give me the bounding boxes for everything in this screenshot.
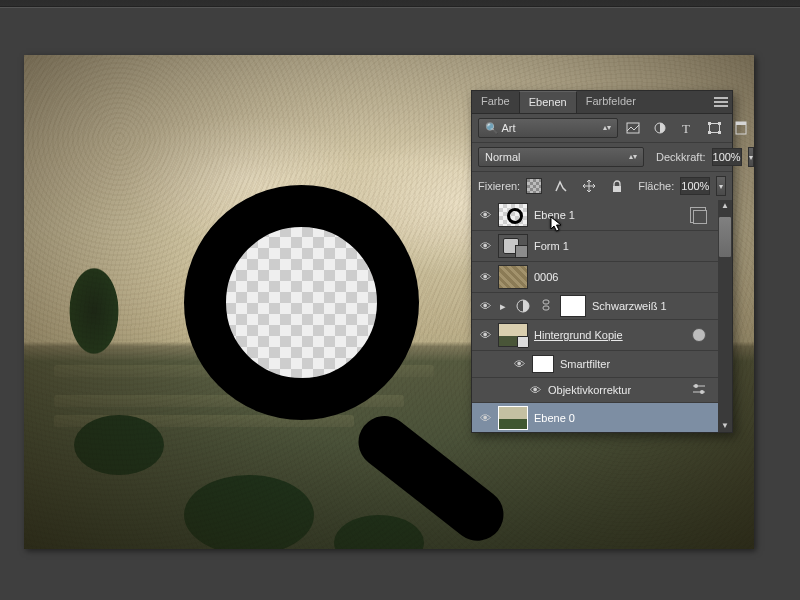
svg-rect-0 [627, 123, 639, 133]
layer-filter-kind-select[interactable]: 🔍 Art ▴▾ [478, 118, 618, 138]
layer-name[interactable]: Ebene 1 [534, 209, 575, 221]
filter-blending-options-icon[interactable] [692, 383, 706, 397]
visibility-toggle[interactable]: 👁 [478, 329, 492, 341]
scroll-down-arrow-icon[interactable]: ▼ [721, 420, 729, 432]
layer-row-smartobject[interactable]: 👁 Hintergrund Kopie [472, 320, 732, 351]
workspace: Farbe Ebenen Farbfelder 🔍 Art ▴▾ T [0, 0, 800, 600]
lock-fill-row: Fixieren: Fläche: 100% ▾ [472, 172, 732, 200]
layer-linked-icon[interactable] [690, 207, 706, 223]
scrollbar-thumb[interactable] [718, 216, 732, 258]
filter-type-icon[interactable]: T [678, 120, 696, 136]
expand-arrow-icon[interactable]: ▸ [498, 298, 508, 314]
layer-thumbnail[interactable] [498, 203, 528, 227]
svg-rect-7 [718, 131, 721, 134]
panel-tab-row: Farbe Ebenen Farbfelder [472, 91, 732, 114]
smart-filter-name[interactable]: Objektivkorrektur [548, 384, 631, 396]
visibility-toggle[interactable]: 👁 [512, 358, 526, 370]
tab-layers[interactable]: Ebenen [519, 91, 577, 113]
layer-row[interactable]: 👁 0006 [472, 262, 732, 293]
filter-adjustment-icon[interactable] [651, 120, 669, 136]
smart-filter-row[interactable]: 👁 Smartfilter [472, 351, 732, 378]
visibility-toggle[interactable]: 👁 [478, 209, 492, 221]
layer-row[interactable]: 👁 Ebene 1 [472, 200, 732, 231]
lock-image-icon[interactable] [552, 178, 570, 194]
layer-name[interactable]: Form 1 [534, 240, 569, 252]
opacity-label: Deckkraft: [656, 151, 706, 163]
layer-filter-row: 🔍 Art ▴▾ T [472, 114, 732, 143]
visibility-toggle[interactable]: 👁 [478, 240, 492, 252]
fill-label: Fläche: [638, 180, 674, 192]
svg-rect-5 [718, 122, 721, 125]
lock-transparency-icon[interactable] [526, 178, 542, 194]
filter-pixel-icon[interactable] [624, 120, 642, 136]
options-bar-divider [0, 7, 800, 8]
mask-link-icon[interactable] [538, 298, 554, 314]
filter-shape-icon[interactable] [705, 120, 723, 136]
layer-name[interactable]: Hintergrund Kopie [534, 329, 623, 341]
visibility-toggle[interactable]: 👁 [478, 271, 492, 283]
blend-mode-select[interactable]: Normal▴▾ [478, 147, 644, 167]
svg-text:T: T [682, 122, 690, 134]
smart-filter-label: Smartfilter [560, 358, 610, 370]
lock-all-icon[interactable] [608, 178, 626, 194]
svg-rect-4 [708, 122, 711, 125]
layer-row[interactable]: 👁 Ebene 0 [472, 403, 732, 432]
scroll-up-arrow-icon[interactable]: ▲ [721, 200, 729, 212]
svg-point-14 [694, 384, 698, 388]
visibility-toggle[interactable]: 👁 [478, 300, 492, 312]
layer-name[interactable]: 0006 [534, 271, 558, 283]
layer-thumbnail[interactable] [498, 406, 528, 430]
svg-rect-13 [543, 306, 549, 310]
lock-label: Fixieren: [478, 180, 520, 192]
layer-filter-type-icons: T [624, 120, 750, 136]
svg-rect-12 [543, 300, 549, 304]
svg-rect-9 [736, 122, 746, 125]
smart-filter-fx-icon[interactable] [692, 328, 706, 342]
layer-thumbnail[interactable] [498, 265, 528, 289]
blend-opacity-row: Normal▴▾ Deckkraft: 100% ▾ [472, 143, 732, 172]
layer-thumbnail[interactable] [498, 323, 528, 347]
layer-name[interactable]: Ebene 0 [534, 412, 575, 424]
svg-rect-6 [708, 131, 711, 134]
options-bar-divider-shadow [0, 6, 800, 7]
tab-swatches[interactable]: Farbfelder [577, 91, 645, 113]
smart-filter-item[interactable]: 👁 Objektivkorrektur [472, 378, 732, 403]
opacity-dropdown[interactable]: ▾ [748, 147, 754, 167]
panel-menu-button[interactable] [714, 95, 728, 107]
adjustment-icon[interactable] [514, 298, 532, 314]
layer-row[interactable]: 👁 Form 1 [472, 231, 732, 262]
layer-row-adjustment[interactable]: 👁 ▸ Schwarzweiß 1 [472, 293, 732, 320]
fill-value[interactable]: 100% [680, 177, 710, 195]
layer-thumbnail[interactable] [498, 234, 528, 258]
smart-object-badge-icon [517, 336, 529, 348]
svg-point-15 [700, 390, 704, 394]
visibility-toggle[interactable]: 👁 [478, 412, 492, 424]
layers-panel: Farbe Ebenen Farbfelder 🔍 Art ▴▾ T [471, 90, 733, 433]
opacity-value[interactable]: 100% [712, 148, 742, 166]
filter-smartobject-icon[interactable] [732, 120, 750, 136]
layer-list: 👁 Ebene 1 👁 Form 1 👁 0006 [472, 200, 732, 432]
smart-filter-mask-thumbnail[interactable] [532, 355, 554, 373]
fill-dropdown[interactable]: ▾ [716, 176, 726, 196]
layer-mask-thumbnail[interactable] [560, 295, 586, 317]
visibility-toggle[interactable]: 👁 [528, 384, 542, 396]
magnifier-shape-ring [184, 185, 419, 420]
svg-rect-10 [613, 186, 621, 192]
layer-list-scrollbar[interactable]: ▲ ▼ [718, 200, 732, 432]
lock-position-icon[interactable] [580, 178, 598, 194]
layer-name[interactable]: Schwarzweiß 1 [592, 300, 667, 312]
tab-color[interactable]: Farbe [472, 91, 519, 113]
